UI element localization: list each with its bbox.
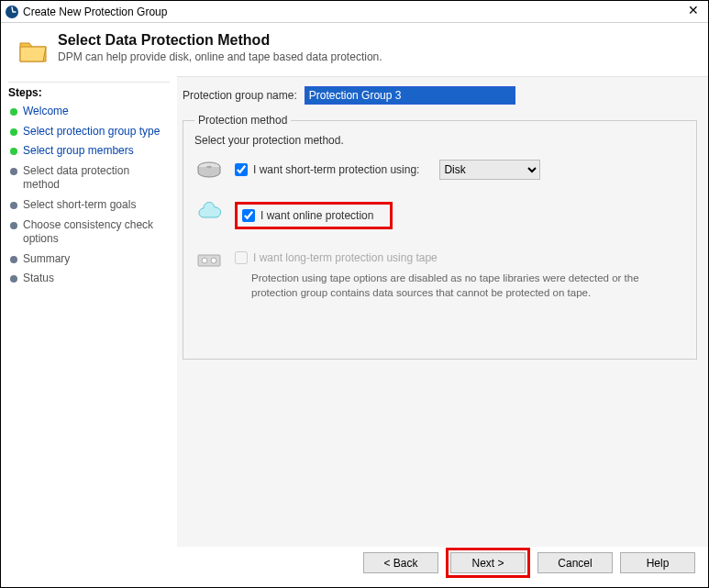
step-label: Status [23,272,54,286]
titlebar: Create New Protection Group ✕ [1,1,708,23]
step-label: Choose consistency check options [23,218,166,247]
online-label: I want online protection [260,209,373,222]
page-subtitle: DPM can help provide disk, online and ta… [58,50,382,63]
protection-method-fieldset: Protection method Select your protection… [183,114,697,360]
svg-point-4 [202,258,207,263]
step-item: Choose consistency check options [8,218,170,247]
step-item[interactable]: Select protection group type [8,125,170,139]
step-item[interactable]: Select group members [8,144,170,159]
step-label[interactable]: Select protection group type [23,125,160,139]
short-term-label: I want short-term protection using: [253,163,419,176]
page-title: Select Data Protection Method [58,32,382,49]
step-label: Select data protection method [23,164,166,193]
svg-point-2 [206,166,212,168]
close-button[interactable]: ✕ [682,3,704,17]
tape-icon [194,251,224,270]
tape-label: I want long-term protection using tape [253,251,438,264]
method-instruction: Select your protection method. [194,134,685,147]
step-bullet-icon [10,148,17,155]
short-term-checkbox[interactable] [235,163,248,176]
steps-sidebar: Steps: WelcomeSelect protection group ty… [1,76,177,547]
back-button[interactable]: < Back [363,552,438,573]
app-icon [5,5,19,19]
step-bullet-icon [10,222,17,229]
step-label[interactable]: Welcome [23,105,69,119]
step-bullet-icon [10,202,17,209]
tape-desc: Protection using tape options are disabl… [251,272,646,300]
next-button[interactable]: Next > [450,552,526,573]
cancel-button[interactable]: Cancel [537,552,613,573]
short-term-option: I want short-term protection using: Disk [194,160,685,180]
step-label: Summary [23,252,70,267]
step-item: Select short-term goals [8,198,170,213]
step-bullet-icon [10,168,17,175]
main-panel: Protection group name: Protection method… [177,76,708,547]
group-name-input[interactable] [305,86,515,105]
help-button[interactable]: Help [620,552,695,573]
cloud-icon [194,202,224,222]
steps-heading: Steps: [8,86,170,99]
online-option: I want online protection [194,202,685,229]
step-bullet-icon [10,108,17,116]
disk-icon [194,160,224,180]
step-item: Status [8,272,170,286]
svg-point-5 [211,258,216,263]
tape-option: I want long-term protection using tape P… [194,251,685,300]
group-name-label: Protection group name: [183,89,297,102]
tape-checkbox [235,251,248,264]
wizard-header: Select Data Protection Method DPM can he… [1,23,708,76]
online-checkbox[interactable] [242,209,255,222]
short-term-storage-select[interactable]: Disk [439,160,540,180]
window-title: Create New Protection Group [23,6,167,18]
step-label: Select short-term goals [23,198,136,213]
step-bullet-icon [10,256,17,263]
folder-icon [17,36,49,67]
step-bullet-icon [10,128,17,136]
step-item: Summary [8,252,170,267]
step-bullet-icon [10,275,17,283]
step-item[interactable]: Welcome [8,105,170,119]
next-highlight: Next > [446,548,530,578]
step-item: Select data protection method [8,164,170,193]
wizard-footer: < Back Next > Cancel Help [363,548,695,578]
step-label[interactable]: Select group members [23,144,134,159]
method-legend: Protection method [194,114,291,127]
online-highlight: I want online protection [235,202,393,229]
